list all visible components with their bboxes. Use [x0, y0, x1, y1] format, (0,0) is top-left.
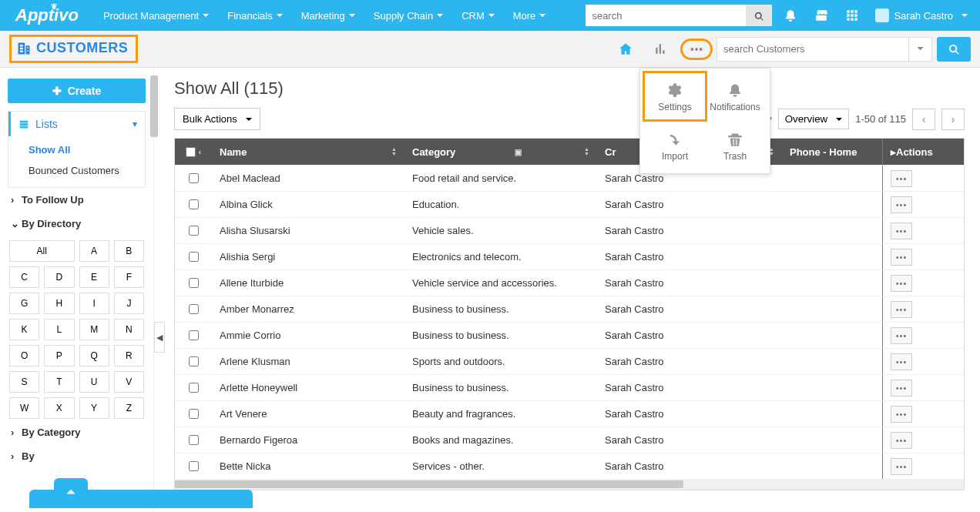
- directory-letter-v[interactable]: V: [114, 371, 144, 393]
- module-badge[interactable]: CUSTOMERS: [9, 35, 138, 63]
- row-checkbox[interactable]: [189, 383, 199, 393]
- select-all-checkbox[interactable]: [186, 147, 196, 157]
- home-tab[interactable]: [610, 35, 641, 64]
- table-horizontal-scrollbar[interactable]: [175, 479, 964, 490]
- module-search-button[interactable]: [937, 37, 971, 62]
- sidebar-item-show-all[interactable]: Show All: [16, 139, 145, 160]
- directory-letter-r[interactable]: R: [114, 345, 144, 366]
- directory-letter-u[interactable]: U: [79, 371, 109, 393]
- row-actions-button[interactable]: •••: [891, 170, 912, 187]
- directory-letter-z[interactable]: Z: [114, 397, 144, 419]
- directory-letter-h[interactable]: H: [44, 293, 74, 314]
- directory-letter-y[interactable]: Y: [79, 397, 109, 419]
- pager-prev-button[interactable]: ‹: [912, 109, 935, 130]
- table-row[interactable]: Albina GlickEducation.Sarah Castro•••: [175, 191, 964, 217]
- row-checkbox[interactable]: [189, 199, 199, 209]
- table-row[interactable]: Art VenereBeauty and fragrances.Sarah Ca…: [175, 400, 964, 427]
- directory-letter-x[interactable]: X: [44, 397, 74, 419]
- global-search-button[interactable]: [746, 5, 772, 26]
- directory-letter-o[interactable]: O: [9, 345, 39, 366]
- row-actions-button[interactable]: •••: [891, 196, 912, 213]
- table-row[interactable]: Arlette HoneywellBusiness to business.Sa…: [175, 374, 964, 400]
- table-row[interactable]: Bette NickaServices - other.Sarah Castro…: [175, 453, 964, 479]
- table-row[interactable]: Bernardo FigeroaBooks and magazines.Sara…: [175, 427, 964, 453]
- trash-menu-item[interactable]: Trash: [705, 122, 765, 169]
- sidebar-by-category[interactable]: ›By Category: [8, 420, 146, 444]
- user-menu[interactable]: Sarah Castro: [871, 8, 972, 22]
- brand-logo[interactable]: Apptivo: [8, 5, 86, 25]
- directory-letter-t[interactable]: T: [44, 371, 74, 393]
- store-icon[interactable]: [809, 3, 834, 28]
- row-actions-button[interactable]: •••: [891, 406, 912, 423]
- directory-letter-l[interactable]: L: [44, 319, 74, 340]
- directory-letter-s[interactable]: S: [9, 371, 39, 393]
- module-search-input[interactable]: [717, 37, 909, 62]
- row-actions-button[interactable]: •••: [891, 275, 912, 292]
- row-actions-button[interactable]: •••: [891, 380, 912, 397]
- display-overview-button[interactable]: Overview: [778, 109, 850, 129]
- directory-letter-w[interactable]: W: [9, 397, 39, 419]
- row-actions-button[interactable]: •••: [891, 327, 912, 344]
- pager-next-button[interactable]: ›: [941, 109, 965, 130]
- global-search-input[interactable]: [586, 5, 746, 26]
- create-button[interactable]: ✚ Create: [8, 79, 146, 103]
- directory-letter-all[interactable]: All: [9, 240, 75, 262]
- scrollbar-thumb[interactable]: [175, 480, 683, 488]
- table-row[interactable]: Alisha SlusarskiVehicle sales.Sarah Cast…: [175, 217, 964, 243]
- table-row[interactable]: Allene IturbideVehicle service and acces…: [175, 269, 964, 296]
- directory-letter-j[interactable]: J: [114, 293, 144, 314]
- row-checkbox[interactable]: [189, 435, 199, 445]
- sidebar-to-follow-up[interactable]: ›To Follow Up: [8, 188, 146, 212]
- sidebar-lists-header[interactable]: Lists ▾: [8, 112, 145, 136]
- directory-letter-m[interactable]: M: [79, 319, 109, 340]
- import-menu-item[interactable]: Import: [645, 122, 705, 169]
- header-phone[interactable]: Phone - Home: [782, 139, 882, 165]
- apps-grid-icon[interactable]: [840, 3, 864, 28]
- row-actions-button[interactable]: •••: [891, 249, 912, 266]
- table-row[interactable]: Alishia SergiElectronics and telecom.Sar…: [175, 243, 964, 269]
- row-actions-button[interactable]: •••: [891, 301, 912, 318]
- nav-item-crm[interactable]: CRM: [452, 0, 504, 31]
- row-actions-button[interactable]: •••: [891, 458, 912, 475]
- table-row[interactable]: Ammie CorrioBusiness to business.Sarah C…: [175, 322, 964, 348]
- notifications-bell-icon[interactable]: [778, 3, 803, 28]
- row-actions-button[interactable]: •••: [891, 432, 912, 449]
- row-checkbox[interactable]: [189, 173, 199, 183]
- directory-letter-a[interactable]: A: [79, 240, 109, 262]
- settings-menu-item[interactable]: Settings: [645, 73, 705, 119]
- more-tab[interactable]: [681, 35, 712, 64]
- header-category[interactable]: Category▣▲▼: [404, 139, 597, 165]
- nav-item-financials[interactable]: Financials: [218, 0, 292, 31]
- directory-letter-i[interactable]: I: [79, 293, 109, 314]
- nav-item-supply-chain[interactable]: Supply Chain: [364, 0, 452, 31]
- directory-letter-f[interactable]: F: [114, 266, 144, 288]
- row-checkbox[interactable]: [189, 461, 199, 471]
- row-checkbox[interactable]: [189, 409, 199, 419]
- directory-letter-g[interactable]: G: [9, 293, 39, 314]
- row-actions-button[interactable]: •••: [891, 223, 912, 239]
- row-checkbox[interactable]: [189, 252, 199, 262]
- row-checkbox[interactable]: [189, 226, 199, 236]
- nav-item-marketing[interactable]: Marketing: [292, 0, 364, 31]
- bulk-actions-button[interactable]: Bulk Actions: [174, 108, 260, 130]
- sidebar-by-partial[interactable]: ›By: [8, 444, 146, 468]
- directory-letter-q[interactable]: Q: [79, 345, 109, 366]
- header-name[interactable]: Name▲▼: [212, 139, 404, 165]
- reports-tab[interactable]: [646, 35, 676, 64]
- sidebar-item-bounced[interactable]: Bounced Customers: [16, 160, 145, 181]
- table-row[interactable]: Amber MonarrezBusiness to business.Sarah…: [175, 296, 964, 322]
- row-actions-button[interactable]: •••: [891, 353, 912, 370]
- row-checkbox[interactable]: [189, 278, 199, 288]
- directory-letter-b[interactable]: B: [114, 240, 144, 262]
- sidebar-by-directory[interactable]: ⌄By Directory: [8, 212, 146, 236]
- row-checkbox[interactable]: [189, 330, 199, 340]
- nav-item-more[interactable]: More: [504, 0, 555, 31]
- notifications-menu-item[interactable]: Notifications: [705, 73, 765, 119]
- header-checkbox[interactable]: ‹: [175, 139, 212, 165]
- bottom-drawer-toggle[interactable]: [54, 478, 88, 504]
- directory-letter-k[interactable]: K: [9, 319, 39, 340]
- directory-letter-d[interactable]: D: [44, 266, 74, 288]
- module-search-dropdown[interactable]: [909, 37, 932, 62]
- row-checkbox[interactable]: [189, 356, 199, 366]
- directory-letter-c[interactable]: C: [9, 266, 39, 288]
